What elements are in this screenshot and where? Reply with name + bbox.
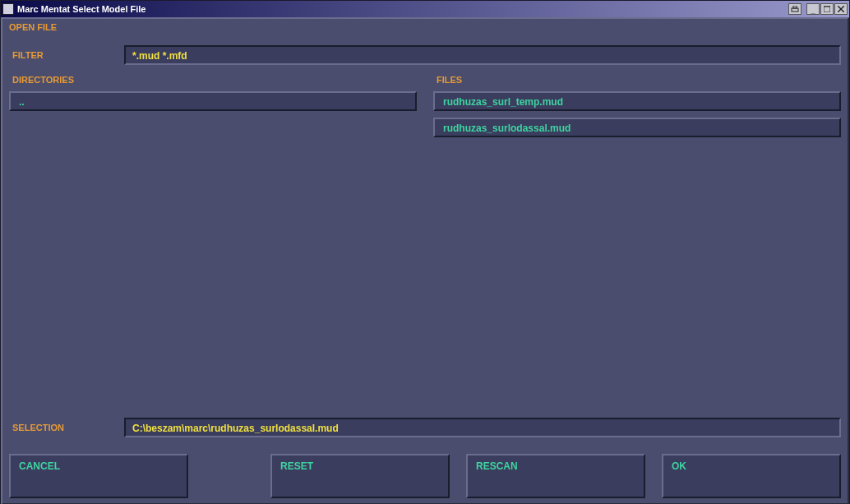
file-item[interactable]: rudhuzas_surl_temp.mud [433, 91, 841, 111]
dialog-window: Marc Mentat Select Model File _ OPEN FIL… [0, 0, 850, 504]
directory-item[interactable]: .. [9, 91, 417, 111]
selection-row: SELECTION C:\beszam\marc\rudhuzas_surlod… [9, 418, 841, 437]
print-icon[interactable] [788, 3, 801, 15]
svg-rect-1 [793, 6, 797, 8]
panel-header: OPEN FILE [2, 19, 848, 34]
directories-label: DIRECTORIES [9, 75, 417, 91]
selection-input[interactable]: C:\beszam\marc\rudhuzas_surlodassal.mud [124, 418, 841, 437]
titlebar-controls: _ [788, 3, 848, 15]
app-icon [2, 3, 14, 15]
maximize-button[interactable] [820, 3, 834, 15]
client-area: OPEN FILE FILTER *.mud *.mfd DIRECTORIES… [1, 17, 849, 504]
filter-label: FILTER [9, 50, 124, 60]
files-label: FILES [433, 75, 841, 91]
files-column: FILES rudhuzas_surl_temp.mud rudhuzas_su… [433, 75, 841, 144]
cancel-button[interactable]: CANCEL [9, 454, 188, 498]
close-button[interactable] [834, 3, 848, 15]
svg-rect-0 [792, 8, 798, 12]
filter-input[interactable]: *.mud *.mfd [124, 45, 841, 65]
lists-area: DIRECTORIES .. FILES rudhuzas_surl_temp.… [2, 70, 848, 144]
titlebar[interactable]: Marc Mentat Select Model File _ [1, 1, 849, 17]
directories-column: DIRECTORIES .. [9, 75, 417, 144]
spacer [205, 454, 254, 498]
filter-row: FILTER *.mud *.mfd [2, 34, 848, 70]
action-row: CANCEL RESET RESCAN OK [9, 454, 841, 498]
minimize-button[interactable]: _ [806, 3, 820, 15]
window-title: Marc Mentat Select Model File [17, 4, 788, 14]
selection-label: SELECTION [9, 423, 124, 432]
file-item[interactable]: rudhuzas_surlodassal.mud [433, 118, 841, 137]
rescan-button[interactable]: RESCAN [466, 454, 645, 498]
ok-button[interactable]: OK [662, 454, 841, 498]
reset-button[interactable]: RESET [270, 454, 450, 498]
